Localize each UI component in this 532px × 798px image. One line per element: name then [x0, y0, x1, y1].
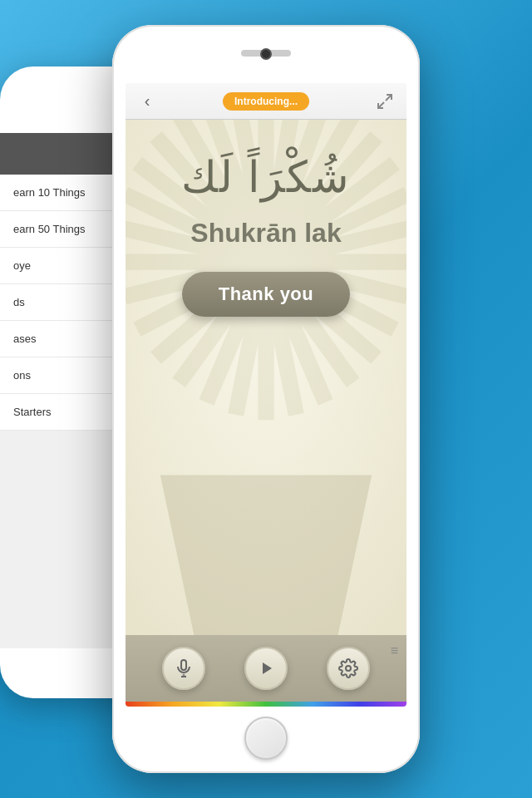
svg-rect-34: [181, 660, 186, 670]
controls-area: ≡: [126, 635, 406, 702]
phone-screen: ‹ Introducing...: [126, 83, 406, 707]
microphone-icon: [174, 658, 194, 678]
transliteration-text: Shukrān lak: [190, 218, 341, 249]
svg-point-37: [182, 674, 185, 677]
settings-button[interactable]: [327, 647, 370, 690]
app-navbar: ‹ Introducing...: [126, 83, 406, 120]
menu-lines-icon: ≡: [391, 642, 398, 660]
microphone-button[interactable]: [162, 647, 205, 690]
phone-camera: [260, 48, 272, 60]
svg-marker-33: [160, 475, 372, 635]
phone-main: ‹ Introducing...: [112, 25, 420, 773]
back-button[interactable]: ‹: [135, 90, 159, 113]
introducing-badge: Introducing...: [223, 92, 309, 111]
svg-point-39: [346, 666, 351, 671]
settings-icon: [338, 658, 358, 678]
play-button[interactable]: [244, 647, 288, 690]
translation-button[interactable]: Thank you: [182, 272, 351, 317]
svg-marker-38: [263, 663, 272, 674]
play-icon: [256, 658, 276, 678]
home-button[interactable]: [244, 717, 288, 760]
arabic-text: شُكْرَاً لَك: [181, 150, 351, 206]
app-container: ‹ Introducing...: [126, 83, 406, 707]
phone-wrapper: earn 10 Things earn 50 Things oye ds ase…: [0, 0, 532, 798]
svg-line-1: [378, 102, 384, 108]
svg-line-0: [386, 95, 392, 101]
expand-button[interactable]: [373, 90, 397, 113]
card-area: شُكْرَاً لَك Shukrān lak Thank you: [126, 120, 406, 635]
color-progress-bar: [126, 702, 406, 707]
